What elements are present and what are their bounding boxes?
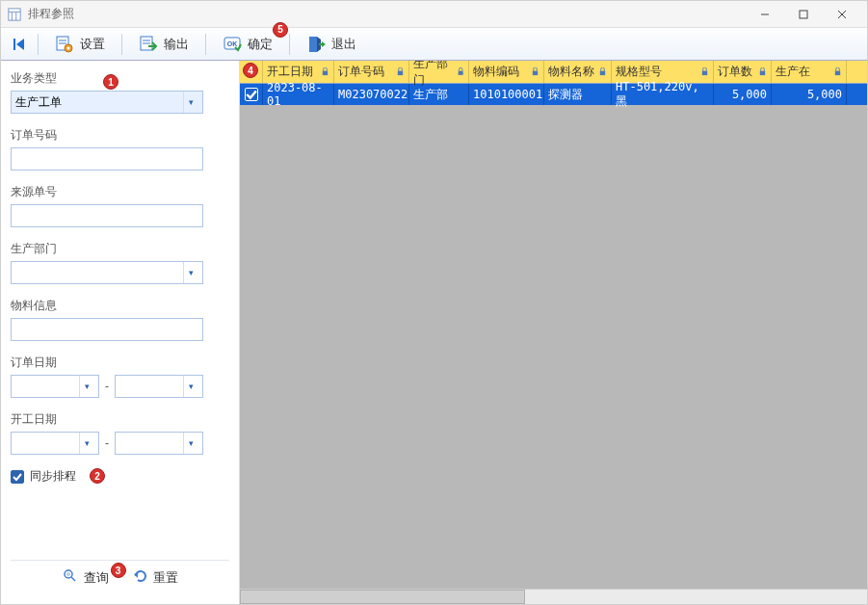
input-source-no[interactable]: [11, 204, 203, 227]
lock-icon: [321, 67, 329, 76]
svg-rect-31: [760, 71, 765, 76]
search-icon: [63, 568, 78, 587]
table-row[interactable]: 2023-08-01 M023070022 生产部 1010100001 探测器…: [240, 84, 867, 105]
badge-1: 1: [103, 74, 118, 90]
svg-rect-29: [600, 71, 605, 76]
lock-icon: [531, 67, 539, 76]
grid-header-qty[interactable]: 订单数: [714, 61, 772, 83]
badge-5: 5: [273, 22, 288, 38]
content: 业务类型 生产工单 ▾ 1 订单号码 来源单号 生产部门 ▾: [1, 61, 867, 604]
svg-line-22: [71, 577, 75, 581]
reset-button[interactable]: 重置: [132, 568, 178, 587]
minimize-button[interactable]: [746, 3, 784, 26]
lock-icon: [396, 67, 405, 76]
ok-icon: OK: [223, 35, 242, 54]
badge-4: 4: [243, 63, 258, 78]
input-material[interactable]: [11, 318, 203, 341]
cell-spec: HT-501,220v,黑: [612, 84, 714, 105]
svg-point-14: [67, 46, 70, 49]
lock-icon: [598, 67, 607, 76]
grid-header-spec[interactable]: 规格型号: [612, 61, 714, 83]
nav-first-button[interactable]: [9, 34, 30, 55]
grid-header-material-name[interactable]: 物料名称: [544, 61, 612, 83]
svg-rect-32: [835, 71, 840, 76]
window-title: 排程参照: [28, 6, 746, 22]
check-icon: [11, 470, 24, 484]
input-order-no[interactable]: [11, 147, 203, 171]
grid-header-material-code[interactable]: 物料编码: [469, 61, 544, 83]
cell-start-date: 2023-08-01: [263, 84, 334, 105]
label-order-no: 订单号码: [11, 127, 229, 144]
cell-material-code: 1010100001: [469, 84, 544, 105]
maximize-button[interactable]: [784, 3, 823, 26]
date-order-from[interactable]: ▾: [11, 375, 99, 398]
field-order-date: 订单日期 ▾ - ▾: [11, 355, 229, 398]
lock-icon: [457, 67, 464, 76]
exit-button[interactable]: 退出: [298, 31, 365, 58]
query-label: 查询: [84, 569, 109, 587]
scrollbar-thumb[interactable]: [240, 590, 525, 604]
grid-header-start-date[interactable]: 开工日期: [263, 61, 334, 83]
check-icon: [245, 88, 258, 101]
toolbar: 设置 输出 OK 确定 5 退出: [1, 28, 867, 61]
combo-business-type[interactable]: 生产工单 ▾ 1: [11, 91, 203, 114]
field-start-date: 开工日期 ▾ - ▾: [11, 411, 229, 455]
svg-rect-30: [702, 71, 707, 76]
chevron-down-icon: ▾: [183, 92, 198, 113]
export-button[interactable]: 输出: [130, 31, 197, 58]
chevron-down-icon: ▾: [79, 376, 94, 397]
chevron-down-icon: ▾: [183, 376, 198, 397]
field-prod-dept: 生产部门 ▾: [11, 241, 229, 284]
cell-qty: 5,000: [714, 84, 772, 105]
checkbox-sync[interactable]: 同步排程 2: [11, 468, 229, 485]
horizontal-scrollbar[interactable]: [240, 589, 867, 604]
field-order-no: 订单号码: [11, 127, 229, 171]
filter-form: 业务类型 生产工单 ▾ 1 订单号码 来源单号 生产部门 ▾: [11, 70, 229, 560]
exit-icon: [306, 35, 326, 54]
sidebar: 业务类型 生产工单 ▾ 1 订单号码 来源单号 生产部门 ▾: [1, 61, 240, 604]
lock-icon: [758, 67, 767, 76]
query-button[interactable]: 查询 3: [63, 568, 109, 587]
settings-label: 设置: [80, 36, 105, 53]
label-sync: 同步排程: [30, 468, 76, 485]
label-start-date: 开工日期: [11, 411, 229, 428]
undo-icon: [132, 568, 147, 587]
cell-material-name: 探测器: [544, 84, 612, 105]
grid-header-checkbox[interactable]: 4: [240, 61, 263, 83]
combo-prod-dept[interactable]: ▾: [11, 261, 203, 284]
close-button[interactable]: [823, 3, 861, 26]
svg-rect-27: [458, 71, 462, 75]
grid-header-dept[interactable]: 生产部门: [409, 61, 469, 83]
cell-wip: 5,000: [772, 84, 847, 105]
date-start-to[interactable]: ▾: [115, 432, 203, 455]
svg-point-23: [66, 572, 70, 576]
svg-marker-9: [16, 39, 24, 50]
confirm-button[interactable]: OK 确定 5: [214, 31, 281, 58]
field-material: 物料信息: [11, 298, 229, 341]
svg-rect-0: [9, 8, 20, 19]
date-order-to[interactable]: ▾: [115, 375, 203, 398]
export-label: 输出: [164, 36, 189, 53]
grid-header-wip[interactable]: 生产在: [772, 61, 847, 83]
grid-header: 4 开工日期 订单号码 生产部门 物料编码 物料名称 规格型号 订单数 生产在: [240, 61, 867, 84]
dash: -: [105, 380, 109, 393]
date-start-from[interactable]: ▾: [11, 432, 99, 455]
label-source-no: 来源单号: [11, 184, 229, 200]
titlebar: 排程参照: [1, 1, 867, 28]
label-material: 物料信息: [11, 298, 229, 314]
label-order-date: 订单日期: [11, 355, 229, 371]
app-icon: [7, 7, 22, 22]
badge-2: 2: [90, 468, 105, 484]
cell-order-no: M023070022: [334, 84, 409, 105]
export-icon: [139, 35, 158, 54]
value-business-type: 生产工单: [15, 94, 62, 111]
settings-icon: [55, 35, 74, 54]
row-checkbox[interactable]: [240, 84, 263, 105]
settings-button[interactable]: 设置: [46, 31, 114, 58]
svg-rect-8: [13, 39, 15, 50]
lock-icon: [833, 67, 842, 76]
data-grid: 4 开工日期 订单号码 生产部门 物料编码 物料名称 规格型号 订单数 生产在 …: [240, 61, 867, 604]
dash: -: [105, 436, 109, 450]
svg-rect-28: [533, 71, 538, 76]
grid-header-order-no[interactable]: 订单号码: [334, 61, 409, 83]
